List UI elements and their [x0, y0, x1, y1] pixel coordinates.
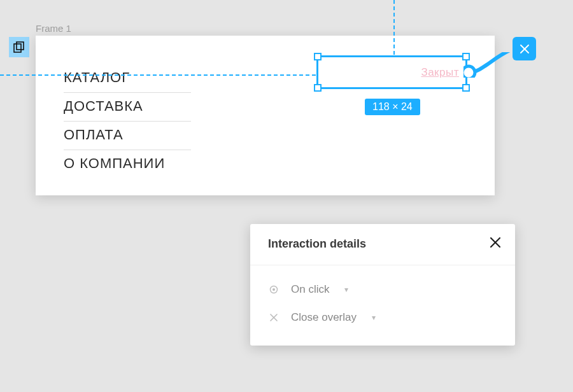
selection-bounds[interactable]: Закрыт — [316, 55, 467, 89]
close-icon — [520, 44, 530, 54]
alignment-guide-vertical — [393, 0, 395, 55]
close-link-text[interactable]: Закрыт — [421, 66, 459, 79]
chevron-down-icon: ▾ — [344, 285, 348, 294]
resize-handle-bottom-right[interactable] — [462, 84, 470, 92]
menu-item-payment[interactable]: ОПЛАТА — [64, 122, 191, 150]
resize-handle-top-right[interactable] — [462, 53, 470, 60]
svg-rect-1 — [17, 42, 24, 50]
panel-title: Interaction details — [268, 237, 366, 251]
resize-handle-top-left[interactable] — [314, 53, 322, 60]
chevron-down-icon: ▾ — [372, 313, 376, 322]
action-label: Close overlay — [291, 311, 357, 324]
interaction-trigger-row[interactable]: On click ▾ — [268, 276, 497, 304]
panel-header: Interaction details — [250, 224, 515, 265]
svg-rect-0 — [14, 44, 21, 52]
prototype-destination-close[interactable] — [513, 37, 536, 60]
action-icon — [268, 314, 279, 321]
nav-menu: КАТАЛОГ ДОСТАВКА ОПЛАТА О КОМПАНИИ — [64, 64, 191, 178]
svg-point-8 — [272, 288, 275, 291]
interaction-action-row[interactable]: Close overlay ▾ — [268, 304, 497, 332]
frame-label[interactable]: Frame 1 — [36, 23, 71, 34]
interaction-details-panel: Interaction details On click ▾ Close ove… — [250, 224, 515, 346]
resize-handle-bottom-left[interactable] — [314, 84, 322, 92]
close-icon — [490, 237, 501, 248]
alignment-guide-horizontal — [0, 74, 316, 76]
dimension-badge: 118 × 24 — [365, 99, 420, 115]
overlay-frame-glyph — [13, 41, 25, 53]
panel-close-button[interactable] — [490, 237, 501, 251]
menu-item-delivery[interactable]: ДОСТАВКА — [64, 93, 191, 122]
frame-icon[interactable] — [9, 37, 29, 57]
trigger-label: On click — [291, 283, 329, 296]
trigger-icon — [268, 285, 279, 294]
menu-item-about[interactable]: О КОМПАНИИ — [64, 150, 191, 178]
menu-item-catalog[interactable]: КАТАЛОГ — [64, 64, 191, 93]
